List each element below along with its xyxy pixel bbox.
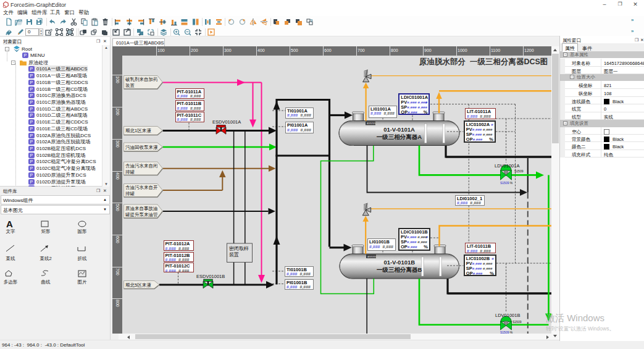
svg-text:ESDV01001A: ESDV01001A bbox=[212, 119, 241, 125]
svg-text:01-V-0101A: 01-V-0101A bbox=[383, 126, 415, 133]
svg-text:装置: 装置 bbox=[125, 83, 135, 88]
svg-text:密闭取样: 密闭取样 bbox=[229, 246, 249, 251]
svg-text:S1509: S1509 bbox=[514, 169, 524, 173]
svg-text:P: P bbox=[30, 93, 33, 98]
svg-text:S1509 %: S1509 % bbox=[500, 181, 513, 185]
svg-text:LDV01001B: LDV01001B bbox=[495, 313, 520, 318]
svg-text:P: P bbox=[30, 127, 33, 131]
svg-text:罐提升泵来油管: 罐提升泵来油管 bbox=[125, 212, 158, 217]
svg-text:01-V-0101B: 01-V-0101B bbox=[383, 259, 415, 266]
svg-text:P: P bbox=[30, 107, 33, 111]
svg-text:P: P bbox=[30, 159, 33, 164]
svg-text:A: A bbox=[6, 219, 13, 229]
svg-text:破乳剂来自加药: 破乳剂来自加药 bbox=[125, 77, 158, 82]
svg-text:顺北5区来液: 顺北5区来液 bbox=[125, 282, 151, 288]
svg-text:ANNNN: ANNNN bbox=[367, 255, 376, 258]
svg-text:P: P bbox=[30, 140, 33, 144]
svg-text:排罐: 排罐 bbox=[125, 191, 135, 196]
svg-text:P: P bbox=[30, 146, 33, 151]
svg-text:ANNNN: ANNNN bbox=[367, 122, 375, 125]
svg-text:含油污水来自开: 含油污水来自开 bbox=[125, 185, 158, 190]
svg-text:P: P bbox=[30, 87, 33, 91]
svg-text:含油污水来自闭: 含油污水来自闭 bbox=[125, 163, 158, 169]
svg-text:原油脱水部分 一级三相分离器DCS图: 原油脱水部分 一级三相分离器DCS图 bbox=[419, 57, 548, 66]
svg-text:S1509: S1509 bbox=[512, 320, 522, 324]
svg-text:P: P bbox=[30, 180, 33, 184]
svg-text:P: P bbox=[30, 80, 33, 85]
svg-text:P: P bbox=[30, 113, 33, 117]
svg-text:装置: 装置 bbox=[229, 252, 239, 258]
svg-text:LDV01001A: LDV01001A bbox=[495, 163, 519, 169]
svg-text:S1509 %: S1509 % bbox=[500, 330, 513, 334]
svg-text:P: P bbox=[30, 133, 33, 138]
svg-text:P: P bbox=[30, 166, 33, 170]
svg-text:P: P bbox=[24, 53, 27, 57]
svg-text:一级三相分离器A: 一级三相分离器A bbox=[377, 133, 422, 140]
svg-text:P: P bbox=[30, 74, 33, 78]
svg-text:一级三相分离器B: 一级三相分离器B bbox=[377, 266, 422, 273]
svg-text:P: P bbox=[30, 67, 33, 71]
svg-text:原油来自事故油: 原油来自事故油 bbox=[125, 206, 158, 211]
svg-text:污油回收泵来液: 污油回收泵来液 bbox=[125, 145, 158, 150]
svg-text:P: P bbox=[30, 173, 33, 177]
svg-text:P: P bbox=[30, 120, 33, 124]
svg-text:P: P bbox=[30, 153, 33, 158]
svg-text:ESDV01001B: ESDV01001B bbox=[196, 274, 225, 279]
svg-text:P: P bbox=[30, 100, 33, 104]
svg-text:顺北1区来液: 顺北1区来液 bbox=[125, 128, 151, 133]
svg-text:排罐: 排罐 bbox=[125, 169, 135, 175]
